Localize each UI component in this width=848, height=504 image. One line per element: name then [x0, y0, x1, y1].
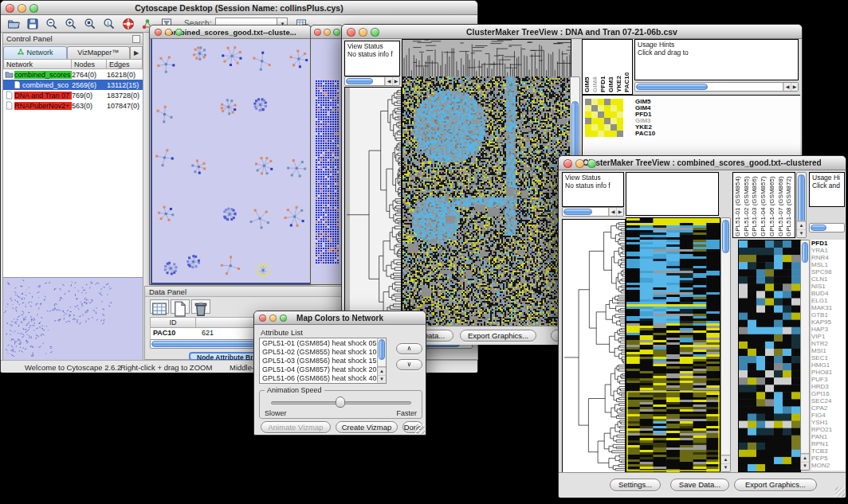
close-button[interactable]: [314, 29, 321, 36]
tab-network[interactable]: Network: [3, 46, 67, 59]
tab-vizmapper[interactable]: VizMapper™: [67, 46, 131, 59]
network-canvas-2[interactable]: [312, 39, 342, 283]
matrix-cell[interactable]: [591, 131, 598, 137]
close-button[interactable]: [6, 4, 14, 13]
matrix-cell[interactable]: [610, 118, 617, 124]
matrix-cell[interactable]: [598, 111, 604, 118]
animate-vizmap-button[interactable]: Animate Vizmap: [261, 421, 331, 433]
matrix-cell[interactable]: [598, 124, 604, 131]
matrix-cell[interactable]: [604, 99, 610, 105]
scroll-left-icon[interactable]: ◀: [783, 83, 791, 91]
move-up-button[interactable]: ∧: [396, 343, 422, 354]
close-button[interactable]: [155, 29, 162, 36]
scroll-down-icon[interactable]: ▼: [797, 229, 806, 237]
attribute-item[interactable]: GPL51-04 (GSM857) heat shock 20 min: [262, 365, 383, 374]
help-lifering-icon[interactable]: [120, 17, 137, 31]
network-list-row[interactable]: RNAPuberNov2+563(0)107847(0): [3, 100, 143, 111]
matrix-cell[interactable]: [585, 124, 591, 131]
scroll-thumb[interactable]: [346, 78, 373, 84]
zoom-button[interactable]: [333, 29, 340, 36]
treeview-button[interactable]: Settings...: [610, 479, 661, 491]
attribute-item[interactable]: GPL51-07 (GSM868) heat shock 60 min: [262, 383, 383, 384]
minimize-button[interactable]: [324, 29, 331, 36]
column-dendrogram-bottom[interactable]: [626, 172, 719, 216]
scroll-thumb[interactable]: [379, 339, 385, 360]
scroll-thumb[interactable]: [563, 209, 592, 215]
scroll-thumb[interactable]: [811, 225, 826, 231]
matrix-cell[interactable]: [610, 111, 617, 118]
close-button[interactable]: [347, 28, 355, 37]
matrix-cell[interactable]: [585, 111, 591, 118]
main-title-bar[interactable]: Cytoscape Desktop (Session Name: collins…: [1, 1, 477, 15]
close-button[interactable]: [563, 159, 572, 168]
table-icon[interactable]: [150, 299, 169, 314]
scroll-left-icon[interactable]: ◀: [609, 208, 616, 216]
zoom-fit-icon[interactable]: [81, 17, 99, 31]
scroll-up-icon[interactable]: ▲: [801, 454, 809, 462]
matrix-cell[interactable]: [598, 131, 604, 137]
matrix-cell[interactable]: [617, 111, 623, 118]
scroll-up-icon[interactable]: ▲: [378, 367, 386, 375]
view-status-hscrollbar[interactable]: ◀▶: [562, 207, 624, 217]
network-canvas[interactable]: [151, 39, 312, 284]
usage-hints-hscrollbar[interactable]: [809, 223, 845, 232]
zoom-out-icon[interactable]: [43, 17, 61, 31]
scroll-down-icon[interactable]: ▼: [801, 462, 809, 470]
minimize-button[interactable]: [165, 29, 172, 36]
resize-grip[interactable]: [835, 487, 845, 497]
heatmap-main-bottom[interactable]: [626, 217, 720, 474]
matrix-cell[interactable]: [598, 99, 604, 105]
row-dendrogram-bottom[interactable]: [562, 219, 626, 474]
matrix-cell[interactable]: [617, 105, 623, 111]
gene-list-vscrollbar[interactable]: ▲▼: [800, 240, 810, 471]
matrix-cell[interactable]: [610, 124, 617, 131]
minimize-button[interactable]: [18, 4, 26, 13]
speed-slider-thumb[interactable]: [336, 397, 345, 408]
attribute-list-vscrollbar[interactable]: ▲▼: [377, 338, 386, 383]
matrix-cell[interactable]: [604, 124, 610, 131]
scroll-left-icon[interactable]: ◀: [385, 77, 392, 85]
attribute-item[interactable]: GPL51-02 (GSM855) heat shock 10 min: [262, 348, 383, 357]
matrix-cell[interactable]: [617, 124, 623, 131]
matrix-cell[interactable]: [604, 131, 610, 137]
view-status-hscrollbar[interactable]: ◀▶: [344, 76, 400, 86]
network-view-title-bar[interactable]: combined_scores_good.txt--cluste...: [150, 25, 311, 39]
open-folder-icon[interactable]: [5, 17, 22, 31]
resize-grip[interactable]: [415, 424, 425, 434]
heatmap-zoom-bottom[interactable]: [738, 240, 801, 472]
matrix-cell[interactable]: [591, 99, 598, 105]
minimize-button[interactable]: [359, 28, 367, 37]
create-vizmap-button[interactable]: Create Vizmap: [336, 421, 398, 433]
attribute-list[interactable]: GPL51-01 (GSM854) heat shock 05 minGPL51…: [259, 338, 387, 384]
matrix-cell[interactable]: [585, 131, 591, 137]
scroll-right-icon[interactable]: ▶: [791, 83, 798, 91]
matrix-cell[interactable]: [610, 99, 617, 105]
treeview-button[interactable]: Export Graphics...: [734, 479, 817, 491]
matrix-cell[interactable]: [585, 105, 591, 111]
matrix-cell[interactable]: [617, 131, 623, 137]
scroll-down-icon[interactable]: ▼: [378, 375, 386, 383]
col-network[interactable]: Network: [3, 59, 72, 69]
column-dendrogram-top[interactable]: [402, 39, 571, 78]
network-view-2-title-bar[interactable]: [311, 25, 343, 39]
matrix-cell[interactable]: [591, 124, 598, 131]
matrix-cell[interactable]: [617, 118, 623, 124]
zoom-in-icon[interactable]: [62, 17, 80, 31]
treeview-button[interactable]: Export Graphics...: [460, 330, 536, 342]
scroll-right-icon[interactable]: ▶: [616, 208, 623, 216]
scroll-thumb[interactable]: [636, 84, 708, 90]
matrix-cell[interactable]: [598, 105, 604, 111]
zoom-button[interactable]: [371, 28, 379, 37]
col-edges[interactable]: Edges: [107, 59, 143, 69]
attribute-item[interactable]: GPL51-01 (GSM854) heat shock 05 min: [262, 339, 383, 348]
float-panel-icon[interactable]: [132, 35, 140, 43]
treeview-top-title-bar[interactable]: ClusterMaker TreeView : DNA and Tran 07-…: [342, 25, 802, 39]
matrix-cell[interactable]: [591, 118, 598, 124]
move-down-button[interactable]: ∨: [396, 359, 422, 370]
tab-more-icon[interactable]: ▶: [130, 46, 143, 59]
heatmap-zoom-top[interactable]: [585, 99, 623, 137]
zoom-button[interactable]: [175, 29, 183, 36]
matrix-cell[interactable]: [598, 118, 604, 124]
matrix-cell[interactable]: [585, 99, 591, 105]
matrix-cell[interactable]: [610, 131, 617, 137]
